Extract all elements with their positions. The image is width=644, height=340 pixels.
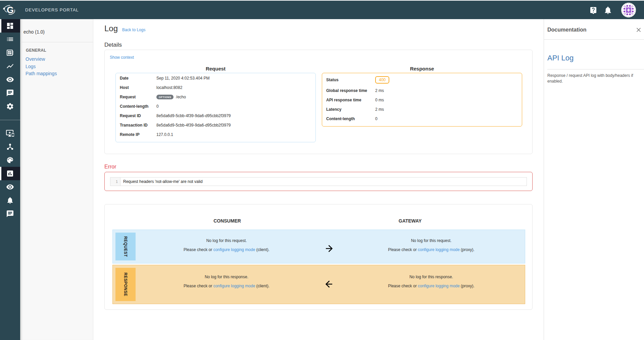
svg-text:G: G (7, 5, 14, 15)
